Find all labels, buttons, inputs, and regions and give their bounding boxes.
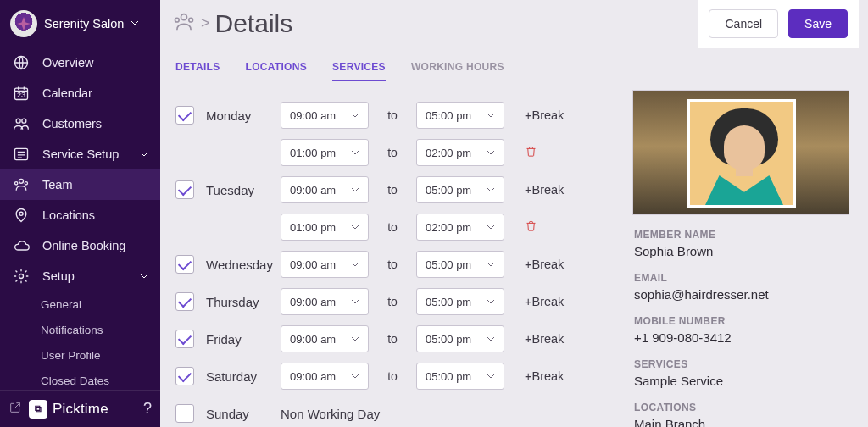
nav-label: Setup	[42, 269, 75, 283]
chevron-down-icon	[487, 221, 495, 234]
nav-label: Team	[42, 178, 72, 191]
chevron-down-icon	[351, 258, 359, 271]
delete-slot-button[interactable]	[525, 145, 537, 161]
nav-online-booking[interactable]: Online Booking	[0, 230, 160, 261]
chevron-down-icon	[351, 221, 359, 234]
selected-time: 05:00 pm	[426, 370, 471, 383]
svg-point-12	[189, 18, 193, 22]
to-time-select[interactable]: 05:00 pm	[416, 288, 504, 315]
day-checkbox[interactable]	[175, 106, 194, 125]
header-actions: Cancel Save	[700, 2, 856, 46]
member-services-value: Sample Service	[634, 374, 854, 388]
nav-service-setup[interactable]: Service Setup	[0, 139, 160, 169]
list-icon	[12, 145, 31, 164]
member-side-panel: MEMBER NAME Sophia Brown EMAIL sophia@ha…	[632, 81, 868, 427]
nav-setup-general[interactable]: General	[0, 291, 160, 317]
chevron-down-icon	[487, 370, 495, 383]
selected-time: 09:00 am	[290, 370, 336, 383]
selected-time: 09:00 am	[290, 258, 336, 271]
tab-services[interactable]: SERVICES	[332, 61, 386, 81]
delete-slot-button[interactable]	[525, 219, 537, 236]
add-break-button[interactable]: +Break	[525, 295, 564, 308]
selected-time: 01:00 pm	[290, 147, 336, 159]
day-checkbox[interactable]	[175, 255, 194, 274]
add-break-button[interactable]: +Break	[525, 369, 564, 383]
nav-setup-notifications[interactable]: Notifications	[0, 317, 160, 342]
tab-details[interactable]: DETAILS	[175, 61, 220, 81]
day-row: Saturday09:00 amto05:00 pm+Break	[175, 358, 624, 395]
chevron-down-icon	[351, 184, 359, 197]
nav-setup-closed-dates[interactable]: Closed Dates	[0, 368, 160, 390]
to-time-select[interactable]: 02:00 pm	[416, 139, 504, 166]
day-checkbox[interactable]	[175, 367, 194, 385]
save-button[interactable]: Save	[788, 9, 848, 38]
brand-text: Picktime	[53, 401, 108, 418]
from-time-select[interactable]: 09:00 am	[281, 251, 369, 278]
add-break-button[interactable]: +Break	[525, 108, 564, 122]
day-checkbox[interactable]	[175, 330, 194, 348]
from-time-select[interactable]: 09:00 am	[281, 176, 369, 203]
day-row: Monday09:00 amto05:00 pm+Break	[175, 97, 624, 134]
nav-customers[interactable]: Customers	[0, 108, 160, 139]
to-label: to	[369, 108, 416, 122]
day-row: Wednesday09:00 amto05:00 pm+Break	[175, 246, 624, 283]
nav-calendar[interactable]: 23 Calendar	[0, 78, 160, 108]
team-breadcrumb-icon[interactable]	[172, 10, 196, 37]
add-break-button[interactable]: +Break	[525, 258, 564, 271]
to-time-select[interactable]: 05:00 pm	[416, 251, 504, 278]
add-break-button[interactable]: +Break	[525, 332, 564, 346]
from-time-select[interactable]: 01:00 pm	[281, 214, 369, 241]
from-time-select[interactable]: 09:00 am	[281, 363, 369, 390]
to-time-select[interactable]: 05:00 pm	[416, 176, 504, 203]
org-switcher[interactable]: Serenity Salon	[0, 0, 160, 47]
day-name: Sunday	[206, 407, 281, 421]
member-locations-value: Main Branch	[634, 417, 854, 427]
svg-point-5	[19, 179, 24, 183]
to-time-select[interactable]: 05:00 pm	[416, 325, 504, 352]
external-link-icon[interactable]	[8, 401, 22, 418]
nav-team[interactable]: Team	[0, 169, 160, 200]
nav-label: Overview	[42, 56, 93, 69]
to-label: to	[369, 295, 416, 308]
nav-locations[interactable]: Locations	[0, 200, 160, 230]
day-name: Saturday	[206, 369, 281, 384]
nav-setup[interactable]: Setup	[0, 261, 160, 291]
nav-overview[interactable]: Overview	[0, 47, 160, 78]
chevron-down-icon	[487, 296, 495, 308]
day-name: Tuesday	[206, 183, 281, 197]
help-button[interactable]: ?	[143, 400, 152, 418]
day-row: SundayNon Working Day	[175, 395, 624, 427]
to-time-select[interactable]: 05:00 pm	[416, 102, 504, 129]
day-row: Tuesday09:00 amto05:00 pm+Break	[175, 171, 624, 208]
chevron-down-icon	[487, 333, 495, 346]
tab-locations[interactable]: LOCATIONS	[246, 61, 307, 81]
day-checkbox[interactable]	[175, 292, 194, 311]
brand-mark-icon: ⧉	[29, 400, 47, 419]
location-pin-icon	[12, 206, 31, 225]
from-time-select[interactable]: 01:00 pm	[281, 139, 369, 166]
chevron-down-icon	[487, 147, 495, 159]
brand[interactable]: ⧉ Picktime	[29, 400, 108, 419]
cancel-button[interactable]: Cancel	[709, 9, 778, 38]
breadcrumb-separator: >	[201, 14, 210, 32]
nav-label: Locations	[42, 208, 95, 222]
from-time-select[interactable]: 09:00 am	[281, 288, 369, 315]
chevron-down-icon	[487, 109, 495, 122]
from-time-select[interactable]: 09:00 am	[281, 325, 369, 352]
svg-point-2	[16, 119, 20, 123]
from-time-select[interactable]: 09:00 am	[281, 102, 369, 129]
nav-setup-user-profile[interactable]: User Profile	[0, 342, 160, 368]
member-locations-label: LOCATIONS	[634, 402, 854, 413]
day-checkbox[interactable]	[175, 404, 194, 423]
day-checkbox[interactable]	[175, 180, 194, 199]
chevron-down-icon	[131, 15, 139, 30]
tab-bar: DETAILS LOCATIONS SERVICES WORKING HOURS	[160, 47, 868, 81]
add-break-button[interactable]: +Break	[525, 183, 564, 197]
nav-label: Service Setup	[42, 147, 119, 161]
selected-time: 01:00 pm	[290, 221, 336, 234]
tab-working-hours[interactable]: WORKING HOURS	[411, 61, 504, 81]
to-time-select[interactable]: 02:00 pm	[416, 214, 504, 241]
day-row: Friday09:00 amto05:00 pm+Break	[175, 320, 624, 358]
day-name: Friday	[206, 332, 281, 347]
to-time-select[interactable]: 05:00 pm	[416, 363, 504, 390]
